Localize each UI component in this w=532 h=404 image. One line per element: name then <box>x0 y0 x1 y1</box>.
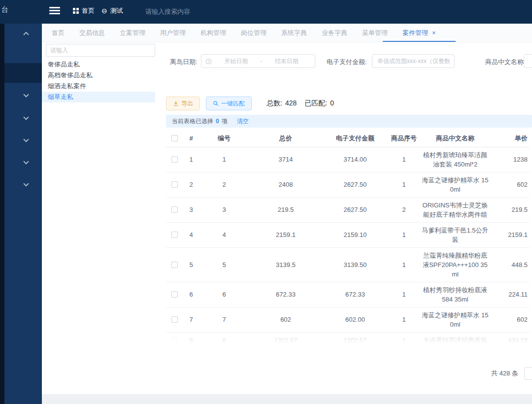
cell-total: 219.5 <box>249 197 323 222</box>
export-button[interactable]: 导出 <box>166 97 200 110</box>
tree-item[interactable]: 高档奢侈品走私 <box>42 70 155 81</box>
cell-unit_price: 434.19 <box>490 332 530 344</box>
topbar-test[interactable]: ⊖ 测试 <box>101 6 123 15</box>
cell-epay: 2159.10 <box>323 222 388 247</box>
row-checkbox[interactable] <box>171 181 178 188</box>
chevron-up-icon[interactable] <box>23 32 29 37</box>
cell-unit_price: 219.5 <box>490 197 530 222</box>
cell-code: 4 <box>200 222 249 247</box>
chevron-down-icon[interactable] <box>23 159 29 164</box>
tab-5[interactable]: 机构管理 <box>200 24 226 42</box>
cell-serial: 1 <box>388 307 420 332</box>
table-row: 553139.53139.501兰蔻菁纯臻颜精华粉底液SPF20PA+++100… <box>166 247 530 282</box>
tab-bar: 首页交易信息立案管理用户管理机构管理岗位管理系统字典业务字典菜单管理案件管理× <box>42 24 532 42</box>
cell-total: 1302.57 <box>249 332 323 344</box>
tab-2[interactable]: 交易信息 <box>79 24 105 42</box>
tab-label: 案件管理 <box>402 29 428 37</box>
tree-item[interactable]: 烟草走私 <box>42 92 155 102</box>
total-label: 总数: <box>266 99 282 108</box>
cell-serial: 1 <box>388 147 420 172</box>
page-footer-background <box>42 394 532 404</box>
tree-search-input[interactable]: 请输入 <box>46 44 155 57</box>
cell-name: 兰蔻菁纯臻颜精华粉底液SPF20PA+++100 35 ml <box>420 247 490 282</box>
cell-index: 4 <box>183 222 200 247</box>
row-checkbox[interactable] <box>171 337 178 343</box>
table-header-row: #编号总价电子支付金额商品序号商品中文名称单价 <box>166 130 530 147</box>
sidebar-edge <box>0 24 4 404</box>
tab-close-icon[interactable]: × <box>432 29 436 36</box>
tab-10[interactable]: 案件管理× <box>402 24 436 42</box>
column-header: # <box>183 130 200 147</box>
table-row: 77602602.001海蓝之谜修护精萃水 150ml602 <box>166 307 530 332</box>
topbar-search-input[interactable]: 请输入搜索内容 <box>145 7 190 16</box>
filter-bar: 离岛日期: 开始日期 - 结束日期 电子支付金额: 单值或范围xxx-xxx（仅… <box>163 54 532 69</box>
tab-label: 机构管理 <box>200 29 226 37</box>
cell-name: ORIGINS韦博士灵芝焕能好底子精华水两件组 <box>420 197 490 222</box>
cell-total: 3714 <box>249 147 323 172</box>
tab-label: 首页 <box>52 29 65 37</box>
tab-3[interactable]: 立案管理 <box>120 24 145 42</box>
cell-total: 2159.1 <box>249 222 323 247</box>
cell-name: 海蓝之谜修护精萃水 150ml <box>420 307 490 332</box>
tab-8[interactable]: 业务字典 <box>322 24 347 42</box>
chevron-down-icon[interactable] <box>23 136 29 142</box>
table-row: 442159.12159.101马爹利蓝带干邑1.5公升装2159.1 <box>166 222 530 247</box>
date-start-placeholder[interactable]: 开始日期 <box>212 57 261 66</box>
cell-unit_price: 602 <box>490 307 530 332</box>
tab-label: 交易信息 <box>79 29 105 37</box>
amount-placeholder: 单值或范围xxx-xxx（仅整数 <box>377 57 450 66</box>
row-checkbox[interactable] <box>171 316 178 323</box>
selection-info-bar: 当前表格已选择 0 项 清空 <box>166 115 532 128</box>
cell-index: 1 <box>183 147 200 172</box>
tab-4[interactable]: 用户管理 <box>160 24 186 42</box>
selection-text-prefix: 当前表格已选择 <box>172 117 213 126</box>
tab-1[interactable]: 首页 <box>52 24 65 42</box>
search-icon <box>213 101 219 106</box>
topbar-home[interactable]: 首页 <box>73 6 95 15</box>
tab-9[interactable]: 菜单管理 <box>362 24 388 42</box>
row-checkbox[interactable] <box>171 232 178 238</box>
pagination-bar: 共 428 条 <box>166 367 532 380</box>
tab-7[interactable]: 系统字典 <box>281 24 307 42</box>
cell-epay: 602.00 <box>323 307 388 332</box>
product-name-filter-input[interactable] <box>524 54 532 68</box>
tab-6[interactable]: 岗位管理 <box>241 24 266 42</box>
amount-filter-input[interactable]: 单值或范围xxx-xxx（仅整数 <box>372 54 455 68</box>
date-filter-label: 离岛日期: <box>170 58 198 67</box>
page-size-select[interactable] <box>524 367 532 380</box>
cell-unit_price: 448.5 <box>490 247 530 282</box>
tab-label: 系统字典 <box>281 29 307 37</box>
date-end-placeholder[interactable]: 结束日期 <box>263 57 311 66</box>
cell-epay: 2627.50 <box>323 197 388 222</box>
row-checkbox[interactable] <box>171 206 178 213</box>
chevron-down-icon[interactable] <box>23 114 29 120</box>
clear-selection-link[interactable]: 清空 <box>237 117 249 126</box>
row-checkbox[interactable] <box>171 156 178 163</box>
results-table-wrap: #编号总价电子支付金额商品序号商品中文名称单价 1137143714.001植村… <box>166 130 532 344</box>
tree-item[interactable]: 奢侈品走私 <box>42 59 155 70</box>
chevron-down-icon[interactable] <box>23 181 29 186</box>
cell-unit_price: 1238 <box>490 147 530 172</box>
cell-serial: 1 <box>388 247 420 282</box>
chevron-down-icon[interactable] <box>23 92 29 97</box>
cell-name: 植村秀新琥珀臻萃洁颜油套装 450ml*2 <box>420 147 490 172</box>
select-all-checkbox[interactable] <box>171 135 178 141</box>
match-button-label: 一键匹配 <box>221 100 245 108</box>
row-checkbox[interactable] <box>171 262 178 268</box>
tab-label: 立案管理 <box>120 29 145 37</box>
sidebar-active-item[interactable] <box>4 63 42 83</box>
cell-code: 5 <box>200 247 249 282</box>
cell-index: 6 <box>183 282 200 307</box>
cell-total: 672.33 <box>249 282 323 307</box>
cell-epay: 3139.50 <box>323 247 388 282</box>
tree-item[interactable]: 烟酒走私案件 <box>42 81 155 92</box>
date-range-picker[interactable]: 开始日期 - 结束日期 <box>201 54 315 68</box>
table-row: 66672.33672.331植村秀羽纱持妆粉底液 584 35ml224.11 <box>166 282 530 307</box>
header-checkbox-cell <box>166 130 183 147</box>
one-click-match-button[interactable]: 一键匹配 <box>206 97 252 110</box>
tab-label: 用户管理 <box>160 29 186 37</box>
hamburger-menu-icon[interactable] <box>49 7 60 16</box>
row-checkbox[interactable] <box>171 291 178 298</box>
column-header: 商品序号 <box>388 130 420 147</box>
cell-code: 6 <box>200 282 249 307</box>
